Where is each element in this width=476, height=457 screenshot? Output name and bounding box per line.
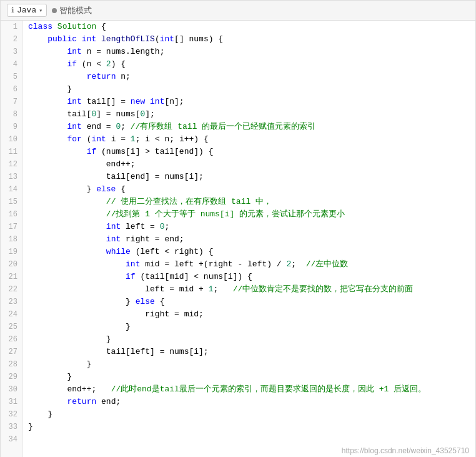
line-num-18: 18 [1, 233, 22, 246]
line-num-5: 5 [1, 71, 22, 83]
code-line-4: if (n < 2) { [28, 58, 475, 71]
line-num-22: 22 [1, 283, 22, 296]
code-line-33: } [28, 421, 475, 433]
line-num-11: 11 [1, 146, 22, 158]
language-selector[interactable]: ℹ Java ▾ [7, 4, 47, 17]
line-num-15: 15 [1, 196, 22, 208]
code-line-24: right = mid; [28, 308, 475, 321]
code-line-6: } [28, 83, 475, 96]
code-line-9: int end = 0; //有序数组 tail 的最后一个已经赋值元素的索引 [28, 121, 475, 133]
line-num-2: 2 [1, 33, 22, 46]
language-name: Java [17, 6, 36, 15]
line-num-23: 23 [1, 296, 22, 308]
line-num-13: 13 [1, 171, 22, 183]
code-line-10: for (int i = 1; i < n; i++) { [28, 133, 475, 146]
code-line-1: class Solution { [28, 21, 475, 33]
editor-container: ℹ Java ▾ 智能模式 1 2 3 4 5 6 7 8 9 10 11 12… [0, 0, 476, 457]
code-area: 1 2 3 4 5 6 7 8 9 10 11 12 13 14 15 16 1… [1, 21, 475, 457]
line-num-17: 17 [1, 221, 22, 233]
code-line-2: public int lengthOfLIS(int[] nums) { [28, 33, 475, 46]
line-num-19: 19 [1, 246, 22, 258]
code-line-16: //找到第 1 个大于等于 nums[i] 的元素，尝试让那个元素更小 [28, 208, 475, 221]
code-line-20: int mid = left +(right - left) / 2; //左中… [28, 258, 475, 271]
line-num-20: 20 [1, 258, 22, 271]
code-line-12: end++; [28, 158, 475, 171]
line-num-27: 27 [1, 346, 22, 358]
code-line-14: } else { [28, 183, 475, 196]
line-num-3: 3 [1, 46, 22, 58]
line-num-25: 25 [1, 321, 22, 333]
line-num-28: 28 [1, 358, 22, 371]
line-num-29: 29 [1, 371, 22, 383]
watermark: https://blog.csdn.net/weixin_43525710 [342, 446, 469, 455]
line-num-21: 21 [1, 271, 22, 283]
code-line-22: left = mid + 1; //中位数肯定不是要找的数，把它写在分支的前面 [28, 283, 475, 296]
line-num-16: 16 [1, 208, 22, 221]
line-num-6: 6 [1, 83, 22, 96]
toolbar: ℹ Java ▾ 智能模式 [1, 1, 475, 21]
info-icon: ℹ [11, 6, 14, 15]
line-num-33: 33 [1, 421, 22, 433]
code-line-31: return end; [28, 396, 475, 408]
code-line-34 [28, 433, 475, 446]
line-num-9: 9 [1, 121, 22, 133]
code-line-23: } else { [28, 296, 475, 308]
line-num-24: 24 [1, 308, 22, 321]
line-num-10: 10 [1, 133, 22, 146]
line-num-12: 12 [1, 158, 22, 171]
line-num-4: 4 [1, 58, 22, 71]
code-line-5: return n; [28, 71, 475, 83]
line-num-26: 26 [1, 333, 22, 346]
code-line-25: } [28, 321, 475, 333]
code-line-17: int left = 0; [28, 221, 475, 233]
smart-mode-indicator: 智能模式 [52, 5, 92, 16]
smart-mode-dot [52, 8, 57, 13]
line-num-32: 32 [1, 408, 22, 421]
code-line-15: // 使用二分查找法，在有序数组 tail 中， [28, 196, 475, 208]
code-line-30: end++; //此时end是tail最后一个元素的索引，而题目要求返回的是长度… [28, 383, 475, 396]
line-num-30: 30 [1, 383, 22, 396]
code-content[interactable]: class Solution { public int lengthOfLIS(… [23, 21, 475, 457]
code-line-18: int right = end; [28, 233, 475, 246]
code-line-29: } [28, 371, 475, 383]
code-line-19: while (left < right) { [28, 246, 475, 258]
line-numbers: 1 2 3 4 5 6 7 8 9 10 11 12 13 14 15 16 1… [1, 21, 23, 457]
code-line-28: } [28, 358, 475, 371]
code-line-32: } [28, 408, 475, 421]
line-num-31: 31 [1, 396, 22, 408]
code-line-11: if (nums[i] > tail[end]) { [28, 146, 475, 158]
code-line-13: tail[end] = nums[i]; [28, 171, 475, 183]
smart-mode-label: 智能模式 [59, 5, 92, 16]
line-num-7: 7 [1, 96, 22, 108]
line-num-34: 34 [1, 433, 22, 446]
code-line-27: tail[left] = nums[i]; [28, 346, 475, 358]
line-num-1: 1 [1, 21, 22, 33]
code-line-8: tail[0] = nums[0]; [28, 108, 475, 121]
code-line-26: } [28, 333, 475, 346]
line-num-8: 8 [1, 108, 22, 121]
line-num-14: 14 [1, 183, 22, 196]
code-line-21: if (tail[mid] < nums[i]) { [28, 271, 475, 283]
chevron-down-icon: ▾ [39, 7, 42, 14]
code-line-7: int tail[] = new int[n]; [28, 96, 475, 108]
code-line-3: int n = nums.length; [28, 46, 475, 58]
